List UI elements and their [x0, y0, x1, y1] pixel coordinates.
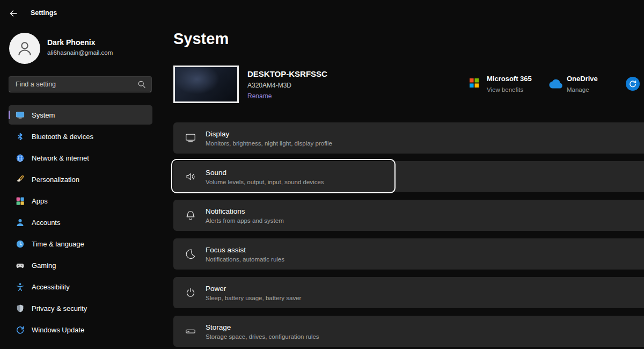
storage-icon [185, 325, 196, 337]
system-icon [16, 111, 25, 120]
settings-row-subtitle: Sleep, battery usage, battery saver [206, 295, 301, 301]
sidebar-item-gaming[interactable]: Gaming [9, 256, 152, 275]
sidebar-item-personalization[interactable]: Personalization [9, 170, 152, 189]
selected-accent-pill [9, 111, 10, 119]
settings-row-title: Sound [206, 169, 324, 177]
page-title: System [173, 30, 229, 48]
settings-row-title: Storage [206, 323, 319, 331]
search-icon [137, 80, 146, 89]
windows-update-icon [16, 325, 25, 335]
settings-row-storage[interactable]: Storage Storage space, drives, configura… [173, 316, 644, 347]
sidebar-item-label: Network & internet [32, 154, 89, 162]
sidebar-nav: System Bluetooth & devices Network & int… [9, 105, 152, 341]
sidebar-item-accounts[interactable]: Accounts [9, 213, 152, 232]
settings-row-subtitle: Alerts from apps and system [206, 217, 284, 224]
user-email: ali6hasnain@gmail.com [47, 49, 113, 56]
person-icon [16, 39, 34, 57]
onedrive-manage-link[interactable]: Manage [567, 86, 589, 93]
sidebar-item-windows-update[interactable]: Windows Update [9, 320, 152, 339]
gaming-icon [16, 261, 25, 270]
settings-row-subtitle: Notifications, automatic rules [206, 256, 284, 263]
settings-row-power[interactable]: Power Sleep, battery usage, battery save… [173, 277, 644, 308]
back-button[interactable] [8, 8, 19, 19]
apps-icon [16, 197, 25, 206]
settings-row-notifications[interactable]: Notifications Alerts from apps and syste… [173, 200, 644, 231]
privacy-security-icon [16, 304, 25, 313]
microsoft-365-icon [470, 78, 479, 88]
sidebar-item-label: Bluetooth & devices [32, 133, 93, 141]
microsoft-365-title: Microsoft 365 [487, 75, 532, 83]
notifications-icon [185, 209, 196, 221]
onedrive-icon [547, 79, 563, 90]
settings-row-subtitle: Volume levels, output, input, sound devi… [206, 179, 324, 185]
display-icon [185, 132, 196, 144]
sidebar-item-label: Time & language [32, 240, 84, 248]
sidebar-item-privacy-security[interactable]: Privacy & security [9, 299, 152, 318]
app-title: Settings [31, 9, 57, 17]
accounts-icon [16, 218, 25, 227]
back-arrow-icon [9, 9, 18, 18]
settings-row-display[interactable]: Display Monitors, brightness, night ligh… [173, 122, 644, 154]
sidebar-item-label: System [32, 111, 55, 119]
sidebar-item-system[interactable]: System [9, 105, 152, 125]
sidebar-item-time-language[interactable]: Time & language [9, 234, 152, 253]
sidebar-item-label: Accessibility [32, 283, 70, 291]
device-name: DESKTOP-KSRFSSC [247, 69, 327, 78]
settings-row-subtitle: Storage space, drives, configuration rul… [206, 333, 319, 340]
view-benefits-link[interactable]: View benefits [487, 86, 523, 93]
sidebar-item-label: Apps [32, 197, 48, 205]
settings-row-title: Notifications [206, 207, 284, 215]
sidebar-item-label: Windows Update [32, 326, 84, 334]
sidebar-item-label: Privacy & security [32, 304, 87, 312]
sidebar-item-label: Accounts [32, 219, 60, 227]
settings-row-title: Focus assist [206, 246, 284, 254]
search-input[interactable] [9, 81, 137, 88]
sidebar-item-apps[interactable]: Apps [9, 191, 152, 210]
settings-row-title: Power [206, 285, 301, 293]
settings-row-focus-assist[interactable]: Focus assist Notifications, automatic ru… [173, 238, 644, 270]
sidebar-item-accessibility[interactable]: Accessibility [9, 277, 152, 296]
onedrive-title: OneDrive [567, 75, 598, 83]
avatar[interactable] [9, 33, 40, 64]
sound-icon [185, 171, 196, 183]
settings-row-title: Display [206, 130, 332, 138]
sidebar-item-label: Personalization [32, 176, 79, 184]
time-language-icon [16, 239, 25, 249]
rename-link[interactable]: Rename [247, 92, 272, 100]
focus-assist-icon [185, 248, 196, 260]
search-box[interactable] [9, 76, 152, 92]
network-icon [16, 154, 25, 163]
personalization-icon [16, 175, 25, 184]
sidebar-item-bluetooth-devices[interactable]: Bluetooth & devices [9, 127, 152, 146]
user-name: Dark Phoenix [47, 38, 95, 47]
device-thumbnail [173, 66, 239, 103]
bluetooth-icon [16, 132, 25, 141]
settings-row-sound[interactable]: Sound Volume levels, output, input, soun… [173, 161, 644, 192]
settings-row-subtitle: Monitors, brightness, night light, displ… [206, 140, 332, 147]
device-model: A320AM4-M3D [247, 82, 291, 89]
sync-icon [628, 79, 637, 88]
accessibility-icon [16, 282, 25, 292]
power-icon [185, 287, 196, 299]
sidebar-item-label: Gaming [32, 261, 56, 270]
sidebar-item-network-internet[interactable]: Network & internet [9, 148, 152, 168]
sync-button[interactable] [626, 77, 640, 91]
